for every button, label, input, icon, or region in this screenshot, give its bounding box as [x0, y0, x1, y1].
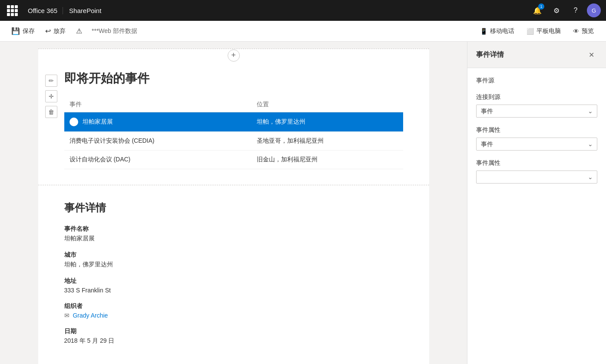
site-name[interactable]: SharePoint: [63, 7, 107, 14]
field-date: 日期 2018 年 5 月 29 日: [64, 328, 403, 345]
field-city-value: 坦帕，佛罗里达州: [64, 261, 403, 269]
save-button[interactable]: 💾 保存: [7, 24, 39, 38]
waffle-icon[interactable]: [5, 3, 19, 17]
mobile-view-btn[interactable]: 📱 移动电话: [475, 25, 520, 38]
mobile-icon: 📱: [480, 28, 487, 35]
section-title: 即将开始的事件: [64, 70, 403, 87]
check-icon: ✓: [70, 118, 78, 126]
page-wrapper: + ✏ ✛ 🗑 即将开始的事件 事件 位置: [38, 49, 429, 364]
events-table: 事件 位置 ✓坦帕家居展坦帕，佛罗里达州消费电子设计安装协会 (CEDIA)圣地…: [64, 97, 403, 169]
webpart-label: ***Web 部件数据: [92, 27, 137, 35]
event-cell: 设计自动化会议 (DAC): [64, 151, 252, 169]
panel-field-attr1: 事件属性 事件: [476, 126, 597, 151]
right-panel-body: 事件源 连接到源 事件 事件属性 事件 事件属性: [467, 68, 606, 201]
discard-icon: ↩: [45, 27, 51, 35]
table-row[interactable]: ✓坦帕家居展坦帕，佛罗里达州: [64, 112, 403, 132]
top-nav: Office 365 SharePoint 🔔 1 ⚙ ? G: [0, 0, 606, 21]
tablet-view-btn[interactable]: ⬜ 平板电脑: [521, 25, 566, 38]
tablet-label: 平板电脑: [536, 27, 561, 35]
table-row[interactable]: 消费电子设计安装协会 (CEDIA)圣地亚哥，加利福尼亚州: [64, 132, 403, 151]
attr2-select-wrapper: [476, 171, 597, 184]
discard-label: 放弃: [53, 27, 66, 35]
col-location: 位置: [252, 97, 403, 112]
toolbar-right: 📱 移动电话 ⬜ 平板电脑 👁 预览: [475, 25, 599, 38]
connect-select-wrapper: 事件: [476, 105, 597, 118]
panel-attr1-label: 事件属性: [476, 126, 597, 134]
location-cell: 坦帕，佛罗里达州: [252, 112, 403, 132]
field-date-value: 2018 年 5 月 29 日: [64, 337, 403, 345]
email-icon: ✉: [64, 312, 70, 319]
panel-field-attr2: 事件属性: [476, 159, 597, 184]
organizer-link[interactable]: Grady Archie: [73, 312, 108, 319]
warning-button[interactable]: ⚠: [72, 24, 86, 38]
field-city-label: 城市: [64, 251, 403, 259]
nav-right: 🔔 1 ⚙ ? G: [530, 3, 601, 18]
panel-attr2-label: 事件属性: [476, 159, 597, 167]
discard-button[interactable]: ↩ 放弃: [41, 24, 70, 38]
events-table-header: 事件 位置: [64, 97, 403, 112]
save-label: 保存: [23, 27, 35, 35]
attr2-select[interactable]: [476, 171, 597, 184]
attr1-select[interactable]: 事件: [476, 138, 597, 151]
location-cell: 圣地亚哥，加利福尼亚州: [252, 132, 403, 151]
field-date-label: 日期: [64, 328, 403, 335]
event-details-content: 事件详情 事件名称 坦帕家居展 城市 坦帕，佛罗里达州 地址 333 S Fra…: [38, 192, 429, 364]
warning-icon: ⚠: [76, 27, 82, 35]
col-event: 事件: [64, 97, 252, 112]
section-divider: [38, 185, 429, 185]
field-event-name: 事件名称 坦帕家居展: [64, 225, 403, 243]
panel-connect-label: 连接到源: [476, 93, 597, 101]
right-panel-header: 事件详情 ✕: [467, 42, 606, 68]
event-name: 坦帕家居展: [83, 118, 113, 126]
field-address-label: 地址: [64, 277, 403, 285]
help-btn[interactable]: ?: [568, 3, 583, 18]
field-event-name-value: 坦帕家居展: [64, 235, 403, 243]
field-address: 地址 333 S Franklin St: [64, 277, 403, 294]
field-organizer: 组织者 ✉ Grady Archie: [64, 302, 403, 319]
field-address-value: 333 S Franklin St: [64, 287, 403, 294]
close-panel-btn[interactable]: ✕: [585, 49, 597, 61]
settings-btn[interactable]: ⚙: [549, 3, 564, 18]
connect-select[interactable]: 事件: [476, 105, 597, 118]
toolbar: 💾 保存 ↩ 放弃 ⚠ ***Web 部件数据 📱 移动电话 ⬜ 平板电脑 👁 …: [0, 21, 606, 42]
add-section-top: +: [38, 49, 429, 62]
preview-icon: 👁: [573, 28, 579, 35]
event-cell: ✓坦帕家居展: [64, 112, 252, 132]
tablet-icon: ⬜: [527, 28, 534, 35]
location-cell: 旧金山，加利福尼亚州: [252, 151, 403, 169]
preview-label: 预览: [582, 27, 594, 35]
save-icon: 💾: [11, 27, 20, 35]
preview-btn[interactable]: 👁 预览: [568, 25, 599, 38]
notification-btn[interactable]: 🔔 1: [530, 3, 545, 18]
right-panel: 事件详情 ✕ 事件源 连接到源 事件 事件属性 事件: [467, 42, 606, 364]
panel-field-connect: 连接到源 事件: [476, 93, 597, 118]
app-name[interactable]: Office 365: [23, 7, 63, 14]
table-row[interactable]: 设计自动化会议 (DAC)旧金山，加利福尼亚州: [64, 151, 403, 169]
panel-source-label: 事件源: [476, 77, 597, 85]
field-event-name-label: 事件名称: [64, 225, 403, 233]
field-organizer-value: ✉ Grady Archie: [64, 312, 403, 319]
user-avatar[interactable]: G: [587, 3, 601, 17]
attr1-select-wrapper: 事件: [476, 138, 597, 151]
main-container: + ✏ ✛ 🗑 即将开始的事件 事件 位置: [0, 42, 606, 364]
add-section-top-btn[interactable]: +: [228, 49, 240, 62]
field-city: 城市 坦帕，佛罗里达州: [64, 251, 403, 269]
notification-badge: 1: [538, 3, 544, 10]
field-organizer-label: 组织者: [64, 302, 403, 310]
mobile-label: 移动电话: [490, 27, 514, 35]
content-area: + ✏ ✛ 🗑 即将开始的事件 事件 位置: [0, 42, 467, 364]
detail-section-title: 事件详情: [64, 201, 403, 215]
events-table-body: ✓坦帕家居展坦帕，佛罗里达州消费电子设计安装协会 (CEDIA)圣地亚哥，加利福…: [64, 112, 403, 169]
right-panel-title: 事件详情: [476, 50, 504, 59]
upcoming-events-section: 即将开始的事件 事件 位置 ✓坦帕家居展坦帕，佛罗里达州消费电子设计安装协会 (…: [38, 62, 429, 178]
event-cell: 消费电子设计安装协会 (CEDIA): [64, 132, 252, 151]
panel-field-source: 事件源: [476, 77, 597, 85]
